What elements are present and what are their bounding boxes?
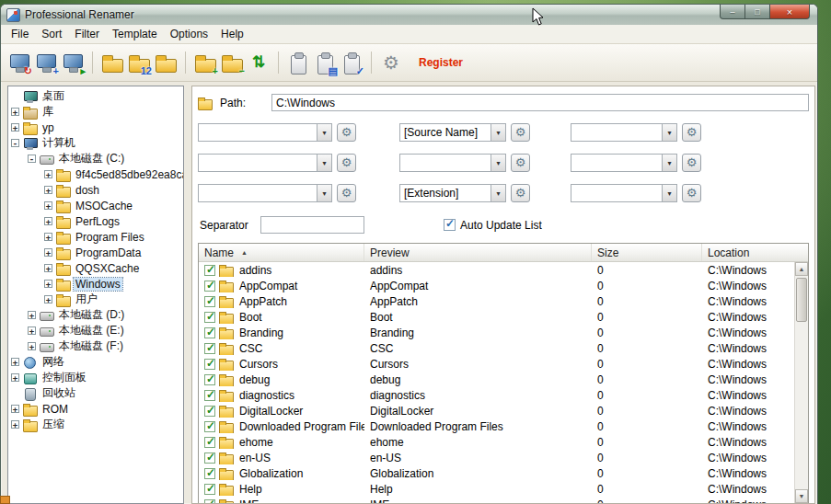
row-checkbox[interactable]: [204, 343, 215, 354]
row-checkbox[interactable]: [204, 312, 215, 323]
row-checkbox[interactable]: [204, 374, 215, 385]
menu-item[interactable]: Options: [164, 26, 214, 42]
tree-item[interactable]: + 本地磁盘 (E:): [8, 323, 183, 338]
vertical-scrollbar[interactable]: ▲ ▼: [794, 262, 808, 503]
rule-settings-button[interactable]: ⚙: [682, 123, 701, 142]
register-link[interactable]: Register: [419, 56, 463, 69]
chevron-down-icon[interactable]: ▾: [491, 155, 505, 171]
chevron-down-icon[interactable]: ▾: [491, 185, 505, 201]
auto-update-checkbox[interactable]: [444, 219, 456, 231]
preview-list-icon[interactable]: ✓: [340, 51, 364, 74]
tree-item[interactable]: + Program Files: [8, 229, 183, 245]
tree-item[interactable]: + 本地磁盘 (D:): [8, 307, 183, 323]
row-checkbox[interactable]: [204, 468, 215, 479]
remove-files-icon[interactable]: −: [220, 51, 244, 74]
row-checkbox[interactable]: [204, 499, 215, 504]
menu-item[interactable]: Filter: [68, 26, 106, 42]
row-checkbox[interactable]: [204, 437, 215, 448]
expander-icon[interactable]: -: [28, 155, 36, 163]
file-row[interactable]: Cursors Cursors 0 C:\Windows: [199, 356, 794, 372]
file-row[interactable]: addins addins 0 C:\Windows: [199, 262, 794, 278]
scroll-up-button[interactable]: ▲: [795, 262, 808, 276]
file-row[interactable]: Boot Boot 0 C:\Windows: [199, 309, 794, 325]
row-checkbox[interactable]: [204, 281, 215, 292]
tree-item[interactable]: + MSOCache: [8, 198, 183, 213]
search-files-icon[interactable]: +: [34, 51, 58, 74]
tree-item[interactable]: + PerfLogs: [8, 213, 183, 229]
chevron-down-icon[interactable]: ▾: [662, 124, 676, 141]
file-row[interactable]: Branding Branding 0 C:\Windows: [199, 325, 794, 340]
close-button[interactable]: ×: [770, 5, 810, 19]
file-row[interactable]: IME IME 0 C:\Windows: [199, 497, 794, 503]
menu-item[interactable]: Sort: [35, 26, 68, 42]
expander-icon[interactable]: +: [11, 420, 19, 429]
settings-gear-icon[interactable]: ⚙: [379, 51, 403, 74]
rule-dropdown[interactable]: [Source Name] ▾: [399, 123, 506, 142]
rule-dropdown[interactable]: [Extension] ▾: [399, 184, 506, 202]
file-row[interactable]: AppPatch AppPatch 0 C:\Windows: [199, 293, 794, 309]
browse-folder-icon[interactable]: ▸: [61, 51, 85, 74]
rule-settings-button[interactable]: ⚙: [337, 123, 356, 142]
tree-item[interactable]: - 本地磁盘 (C:): [8, 151, 183, 166]
column-header[interactable]: Preview: [364, 244, 592, 261]
expander-icon[interactable]: +: [28, 342, 36, 350]
paste-list-icon[interactable]: ▤: [313, 51, 337, 74]
menu-item[interactable]: Help: [214, 26, 250, 42]
tree-item[interactable]: + 9f4c5ed85dbe92ea8ca: [8, 166, 183, 182]
file-row[interactable]: debug debug 0 C:\Windows: [199, 372, 794, 387]
column-header[interactable]: Name ▲: [199, 244, 364, 261]
file-row[interactable]: AppCompat AppCompat 0 C:\Windows: [199, 278, 794, 293]
tree-item[interactable]: + QQSXCache: [8, 260, 183, 276]
tree-item[interactable]: + ROM: [8, 401, 183, 417]
tree-item[interactable]: + 用户: [8, 292, 183, 307]
chevron-down-icon[interactable]: ▾: [662, 185, 676, 201]
expander-icon[interactable]: +: [44, 264, 52, 272]
tree-item[interactable]: + 库: [8, 104, 183, 120]
separator-input[interactable]: [260, 216, 364, 234]
row-checkbox[interactable]: [204, 452, 215, 464]
expander-icon[interactable]: +: [11, 123, 19, 132]
expander-icon[interactable]: -: [11, 139, 19, 147]
expander-icon[interactable]: +: [44, 186, 52, 194]
file-row[interactable]: CSC CSC 0 C:\Windows: [199, 340, 794, 356]
expander-icon[interactable]: +: [44, 280, 52, 288]
maximize-button[interactable]: □: [745, 5, 770, 19]
rule-settings-button[interactable]: ⚙: [511, 184, 530, 202]
expander-icon[interactable]: +: [44, 248, 52, 257]
target-folder-icon[interactable]: [154, 51, 178, 74]
tree-item[interactable]: + 控制面板: [8, 370, 183, 385]
file-row[interactable]: DigitalLocker DigitalLocker 0 C:\Windows: [199, 403, 794, 418]
tree-item[interactable]: + 压缩: [8, 417, 183, 432]
row-checkbox[interactable]: [204, 484, 215, 495]
tree-item[interactable]: + dosh: [8, 182, 183, 198]
rule-settings-button[interactable]: ⚙: [337, 184, 356, 202]
tree-item[interactable]: + yp: [8, 120, 183, 135]
expander-icon[interactable]: +: [44, 233, 52, 241]
rule-dropdown[interactable]: ▾: [571, 154, 677, 172]
file-row[interactable]: Help Help 0 C:\Windows: [199, 481, 794, 497]
minimize-button[interactable]: –: [720, 5, 745, 19]
row-checkbox[interactable]: [204, 359, 215, 370]
file-row[interactable]: ehome ehome 0 C:\Windows: [199, 434, 794, 450]
expander-icon[interactable]: +: [11, 108, 19, 116]
rule-settings-button[interactable]: ⚙: [682, 154, 701, 172]
tree-item[interactable]: 桌面: [8, 88, 183, 104]
refresh-folders-icon[interactable]: ↻: [7, 51, 31, 74]
expander-icon[interactable]: +: [28, 326, 36, 335]
expander-icon[interactable]: +: [44, 217, 52, 225]
rule-dropdown[interactable]: ▾: [198, 184, 332, 202]
rule-dropdown[interactable]: ▾: [198, 154, 332, 172]
expander-icon[interactable]: +: [28, 311, 36, 319]
chevron-down-icon[interactable]: ▾: [317, 124, 331, 141]
scrollbar-thumb[interactable]: [796, 278, 807, 322]
file-row[interactable]: Globalization Globalization 0 C:\Windows: [199, 465, 794, 481]
column-header[interactable]: Size: [592, 244, 702, 261]
chevron-down-icon[interactable]: ▾: [317, 185, 331, 201]
rule-dropdown[interactable]: ▾: [571, 123, 677, 142]
tree-item[interactable]: + ProgramData: [8, 245, 183, 260]
row-checkbox[interactable]: [204, 390, 215, 401]
row-checkbox[interactable]: [204, 265, 215, 276]
rule-settings-button[interactable]: ⚙: [511, 123, 530, 142]
expander-icon[interactable]: +: [11, 358, 19, 366]
rule-settings-button[interactable]: ⚙: [511, 154, 530, 172]
